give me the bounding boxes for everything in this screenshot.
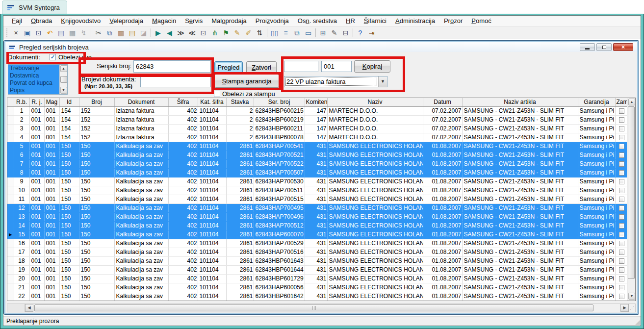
toolbar-grip[interactable] [5, 28, 9, 37]
toolbar-erase-button[interactable]: ◪ [138, 27, 149, 38]
kopiraj-button[interactable]: Kopiraj [354, 60, 390, 73]
menu-item-magacin[interactable]: Magacin [148, 16, 180, 26]
toolbar-pen-find-button[interactable]: ✐ [243, 27, 254, 38]
horizontal-scrollbar[interactable]: ◀ ▶ ⋰ [7, 304, 636, 312]
document-type-dropdown[interactable]: 22 VP ulazna faktura ▼ [284, 76, 387, 87]
row-checkbox[interactable] [619, 108, 624, 114]
toolbar-calculator-button[interactable]: ⊞ [317, 27, 329, 38]
table-row[interactable]: 16001001150150Kalkulacija sa zav40210110… [7, 239, 627, 248]
restore-button[interactable] [596, 43, 612, 51]
row-checkbox[interactable] [619, 117, 624, 123]
column-header-garancija[interactable]: Garancija [578, 98, 615, 106]
row-checkbox[interactable] [619, 214, 624, 220]
column-header-komitent[interactable]: Komitent [305, 98, 327, 106]
toolbar-split-columns-button[interactable]: ▯▯ [269, 27, 280, 38]
menu-item-osn-sredstva[interactable]: Osn. sredstva [293, 16, 341, 26]
scrollbar-size-grip[interactable]: ⋰ [629, 304, 635, 312]
menu-item-maloprodaja[interactable]: Maloprodaja [207, 16, 251, 26]
row-checkbox[interactable] [619, 161, 624, 167]
table-row[interactable]: 19001001150150Kalkulacija sa zav40210110… [7, 265, 627, 274]
toolbar-copy-button[interactable]: ⧉ [104, 27, 115, 38]
column-header-ser-broj[interactable]: Ser. broj [254, 98, 305, 106]
child-titlebar[interactable]: Pregled serijskih brojeva × [5, 42, 637, 52]
table-row[interactable]: 17001001150150Kalkulacija sa zav40210110… [7, 248, 627, 256]
row-checkbox[interactable] [619, 232, 624, 237]
selector-column-header[interactable] [7, 98, 14, 106]
zatvori-button[interactable]: Zatvori [246, 61, 277, 74]
toolbar-insert-range-button[interactable]: ▤ [127, 27, 138, 38]
table-row[interactable]: 22001001150150Kalkulacija sa zav40210110… [7, 292, 627, 301]
menu-item-prozor[interactable]: Prozor [439, 16, 467, 26]
scroll-up-icon[interactable]: ▲ [60, 65, 67, 72]
row-checkbox[interactable] [619, 223, 624, 228]
toolbar-maximize-window-button[interactable]: ▭ [303, 27, 314, 38]
menu-item-hr[interactable]: HR [341, 16, 360, 26]
column-header-broj[interactable]: Broj [79, 98, 114, 106]
column-header-mag[interactable]: Mag [44, 98, 59, 106]
row-checkbox[interactable] [619, 258, 624, 264]
toolbar-flag-button[interactable]: ⚑ [220, 27, 232, 38]
column-header-dokument[interactable]: Dokument [114, 98, 168, 106]
column-header-stavka[interactable]: Stavka [226, 98, 254, 106]
menu-item-servis[interactable]: Servis [180, 16, 207, 26]
toolbar-help-button[interactable]: ? [355, 27, 366, 38]
toolbar-print-preview-button[interactable]: ⊡ [33, 27, 44, 38]
table-row[interactable]: 14001001150150Kalkulacija sa zav40210110… [7, 221, 627, 230]
listbox-scroll-thumb[interactable] [60, 76, 67, 83]
toolbar-save-button[interactable]: ▣ [22, 27, 33, 38]
row-checkbox[interactable] [619, 241, 624, 246]
row-checkbox[interactable] [619, 294, 624, 299]
pregled-button[interactable]: Pregled [214, 61, 243, 74]
toolbar-nav-prev-button[interactable]: ◀ [164, 27, 175, 38]
table-row[interactable]: 20001001150150Kalkulacija sa zav40210110… [7, 274, 627, 283]
table-row[interactable]: 5001001150150Kalkulacija sa zav402101104… [7, 142, 627, 151]
vertical-scrollbar[interactable]: ▲ ▼ [627, 98, 635, 301]
minimize-button[interactable] [580, 43, 595, 51]
column-header-id[interactable]: Id [59, 98, 79, 106]
toolbar-message-button[interactable]: ⊟ [340, 27, 351, 38]
toolbar-split-rows-button[interactable]: ≡ [280, 27, 291, 38]
toolbar-pen-button[interactable]: ✎ [232, 27, 243, 38]
table-row[interactable]: 18001001150150Kalkulacija sa zav40210110… [7, 256, 627, 265]
toolbar-execute-button[interactable]: ↯ [78, 27, 89, 38]
row-checkbox[interactable] [619, 188, 624, 193]
column-header-kat-ifra[interactable]: Kat. šifra [198, 98, 226, 106]
row-checkbox[interactable] [619, 197, 624, 202]
serijski-broj-input[interactable] [133, 60, 211, 73]
row-checkbox[interactable] [619, 205, 624, 211]
doc-type-popis[interactable]: Popis [8, 87, 59, 94]
row-checkbox[interactable] [619, 152, 624, 158]
toolbar-exit-button[interactable]: ⇥ [366, 27, 377, 38]
toolbar-nav-next-button[interactable]: ▶ [153, 27, 164, 38]
menu-item-ifarnici[interactable]: Šifarnici [360, 16, 391, 26]
listbox-scrollbar[interactable]: ▲ ▼ [59, 65, 67, 94]
row-checkbox[interactable] [619, 144, 624, 149]
table-row[interactable]: 10001001150150Kalkulacija sa zav40210110… [7, 186, 627, 195]
table-row[interactable]: 6001001150150Kalkulacija sa zav402101104… [7, 151, 627, 159]
table-row[interactable]: 3001001154152Izlazna faktura402101104262… [7, 124, 627, 133]
column-header-ifra[interactable]: Šifra [168, 98, 198, 106]
column-header-datum[interactable]: Datum [423, 98, 462, 106]
toolbar-print-button[interactable]: ▦ [67, 27, 78, 38]
app-title-tab[interactable]: SVM Syntegra [2, 0, 67, 14]
table-row[interactable]: 8001001150150Kalkulacija sa zav402101104… [7, 168, 627, 177]
table-row[interactable]: 2001001154152Izlazna faktura402101104262… [7, 115, 627, 124]
table-row[interactable]: 1001001154152Izlazna faktura402101104262… [7, 106, 627, 115]
table-row[interactable]: ▶15001001150150Kalkulacija sa zav4021011… [7, 230, 627, 239]
row-checkbox[interactable] [619, 179, 624, 184]
table-row[interactable]: 7001001150150Kalkulacija sa zav402101104… [7, 159, 627, 168]
row-checkbox[interactable] [619, 267, 624, 273]
close-button[interactable]: × [613, 43, 633, 51]
menu-item-knjigovodstvo[interactable]: Knjigovodstvo [56, 16, 105, 26]
menu-item-veleprodaja[interactable]: Veleprodaja [105, 16, 148, 26]
horizontal-scroll-thumb[interactable] [34, 304, 593, 311]
toolbar-cut-button[interactable]: ✂ [93, 27, 104, 38]
stampa-garancija-button[interactable]: Stampa garancija [214, 74, 279, 88]
brojevi-dokumenta-input[interactable] [140, 76, 211, 87]
toolbar-print-setup-button[interactable]: ▤ [55, 27, 67, 38]
document-types-listbox[interactable]: TrebovanjeDostavnicaPovrat od kupcaPopis… [8, 64, 68, 95]
scroll-left-icon[interactable]: ◀ [25, 304, 33, 312]
table-row[interactable]: 21001001150150Kalkulacija sa zav40210110… [7, 283, 627, 292]
table-row[interactable]: 11001001150150Kalkulacija sa zav40210110… [7, 195, 627, 203]
doc-type-trebovanje[interactable]: Trebovanje [8, 65, 59, 72]
